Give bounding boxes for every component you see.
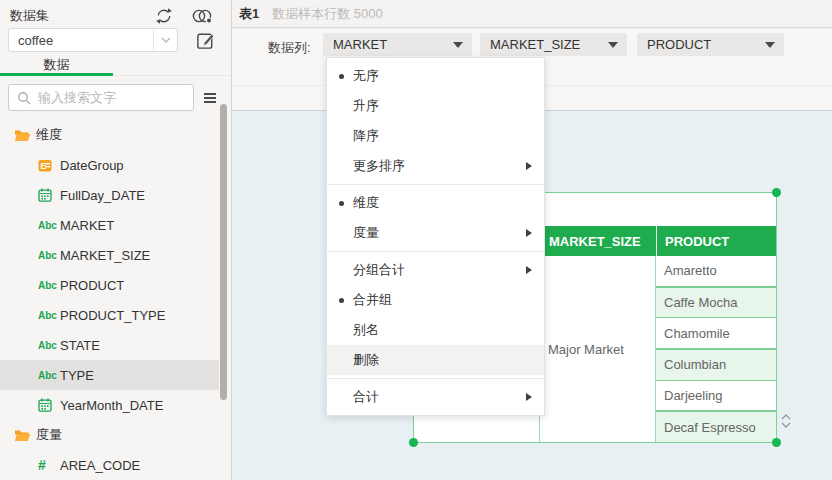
menu-item-more-sorting[interactable]: 更多排序 [327, 151, 544, 181]
menu-item-label: 别名 [353, 322, 379, 337]
menu-item-delete[interactable]: 删除 [327, 345, 544, 375]
search-placeholder: 输入搜索文字 [38, 89, 116, 107]
table-scroll-indicator[interactable] [780, 413, 792, 429]
table-merged-cell-market-size[interactable]: Major Market [540, 256, 656, 442]
sidebar-item-market-size[interactable]: Abc MARKET_SIZE [0, 240, 219, 270]
dataset-section-title: 数据集 [10, 7, 49, 25]
field-label: PRODUCT_TYPE [60, 308, 165, 323]
column-select-market-size[interactable]: MARKET_SIZE [480, 33, 627, 56]
selected-bullet-icon [339, 74, 344, 79]
folder-label: 度量 [36, 426, 62, 444]
text-field-icon: Abc [38, 280, 60, 291]
table-cell[interactable]: Amaretto [656, 256, 776, 287]
dataset-select[interactable]: coffee [8, 28, 178, 52]
text-field-icon: Abc [38, 220, 60, 231]
sidebar-item-area-code[interactable]: # AREA_CODE [0, 450, 219, 480]
calendar-icon [38, 398, 60, 412]
dataset-select-value: coffee [9, 33, 153, 48]
text-field-icon: Abc [38, 370, 60, 381]
menu-item-label: 分组合计 [353, 262, 405, 277]
field-label: YearMonth_DATE [60, 398, 163, 413]
date-group-icon: E [38, 159, 60, 172]
selection-handle-top-right[interactable] [772, 188, 781, 197]
sample-rows-text: 数据样本行数 5000 [272, 5, 383, 23]
folder-label: 维度 [36, 126, 62, 144]
field-label: DateGroup [60, 158, 124, 173]
chevron-down-icon[interactable] [153, 29, 177, 51]
menu-item-unsorted[interactable]: 无序 [327, 61, 544, 91]
caret-down-icon [608, 42, 618, 48]
submenu-arrow-icon [526, 266, 532, 274]
table-cell[interactable]: Columbian [656, 349, 776, 381]
field-tree: 维度 E DateGroup [0, 120, 219, 480]
selected-bullet-icon [339, 201, 344, 206]
table-cell[interactable]: Decaf Espresso [656, 411, 776, 442]
field-label: MARKET [60, 218, 114, 233]
menu-item-label: 升序 [353, 98, 379, 113]
sidebar-item-product-type[interactable]: Abc PRODUCT_TYPE [0, 300, 219, 330]
table-tab-label[interactable]: 表1 [239, 5, 259, 23]
column-select-value: MARKET_SIZE [480, 37, 608, 52]
menu-item-label: 合并组 [353, 292, 392, 307]
field-label: STATE [60, 338, 100, 353]
sidebar-item-product[interactable]: Abc PRODUCT [0, 270, 219, 300]
menu-item-dimension[interactable]: 维度 [327, 188, 544, 218]
field-settings-icon[interactable] [198, 86, 222, 110]
sidebar-item-measures-folder[interactable]: 度量 [0, 420, 219, 450]
folder-open-icon [14, 129, 36, 142]
menu-divider [327, 251, 544, 252]
refresh-icon[interactable] [152, 4, 176, 28]
menu-item-sort-asc[interactable]: 升序 [327, 91, 544, 121]
table-product-column: Amaretto Caffe Mocha Chamomile Columbian… [656, 256, 776, 442]
sidebar-item-dimensions-folder[interactable]: 维度 [0, 120, 219, 150]
menu-item-label: 维度 [353, 195, 379, 210]
table-cell[interactable]: Darjeeling [656, 381, 776, 412]
table-cell[interactable]: Caffe Mocha [656, 287, 776, 319]
caret-down-icon [765, 42, 775, 48]
menu-item-group-subtotal[interactable]: 分组合计 [327, 255, 544, 285]
selection-handle-bottom-right[interactable] [772, 438, 781, 447]
chevron-down-icon [781, 422, 791, 428]
sidebar-item-dategroup[interactable]: E DateGroup [0, 150, 219, 180]
submenu-arrow-icon [526, 229, 532, 237]
table-header-cell[interactable]: PRODUCT [656, 226, 776, 256]
menu-item-measure[interactable]: 度量 [327, 218, 544, 248]
column-select-value: PRODUCT [637, 37, 765, 52]
menu-item-alias[interactable]: 别名 [327, 315, 544, 345]
menu-item-label: 删除 [353, 352, 379, 367]
search-input[interactable]: 输入搜索文字 [8, 84, 194, 111]
table-header-cell[interactable]: MARKET_SIZE [540, 226, 656, 256]
field-label: AREA_CODE [60, 458, 140, 473]
menu-item-label: 度量 [353, 225, 379, 240]
text-field-icon: Abc [38, 250, 60, 261]
caret-down-icon [453, 42, 463, 48]
sidebar-item-yearmonth-date[interactable]: YearMonth_DATE [0, 390, 219, 420]
menu-item-merge-group[interactable]: 合并组 [327, 285, 544, 315]
number-field-icon: # [38, 457, 60, 473]
submenu-arrow-icon [526, 393, 532, 401]
submenu-arrow-icon [526, 162, 532, 170]
column-select-market[interactable]: MARKET [323, 33, 472, 56]
menu-divider [327, 378, 544, 379]
sidebar-scrollbar[interactable] [220, 104, 227, 400]
edit-dataset-icon[interactable] [193, 28, 217, 52]
dataset-relation-icon[interactable] [190, 4, 214, 28]
column-select-product[interactable]: PRODUCT [637, 33, 784, 56]
menu-item-sort-desc[interactable]: 降序 [327, 121, 544, 151]
folder-open-icon [14, 429, 36, 442]
selection-handle-bottom-left[interactable] [409, 438, 418, 447]
menu-item-label: 降序 [353, 128, 379, 143]
app-window: 数据集 coffee [0, 0, 832, 480]
menu-item-total[interactable]: 合计 [327, 382, 544, 412]
menu-item-label: 合计 [353, 389, 379, 404]
table-cell[interactable]: Chamomile [656, 318, 776, 349]
sidebar-item-state[interactable]: Abc STATE [0, 330, 219, 360]
field-label: FullDay_DATE [60, 188, 145, 203]
sidebar-item-type[interactable]: Abc TYPE [0, 360, 219, 390]
sidebar-item-market[interactable]: Abc MARKET [0, 210, 219, 240]
menu-item-label: 无序 [353, 68, 379, 83]
sidebar-item-fullday-date[interactable]: FullDay_DATE [0, 180, 219, 210]
column-context-menu: 无序 升序 降序 更多排序 维度 度量 分组合计 合并组 [326, 57, 545, 416]
menu-divider [327, 184, 544, 185]
sidebar: 数据集 coffee [0, 0, 232, 480]
